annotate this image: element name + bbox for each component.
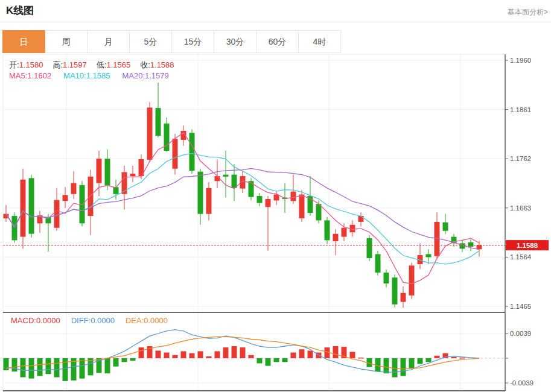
candle-body — [147, 107, 153, 160]
macd-bar — [215, 351, 220, 358]
readout-item: MA10:1.1585 — [63, 71, 110, 80]
macd-bar — [223, 347, 229, 358]
ma5-line — [6, 133, 479, 283]
macd-bar — [350, 352, 355, 358]
readout-item: DIFF:0.0000 — [71, 316, 115, 325]
candle-body — [426, 254, 432, 257]
candle-body — [223, 175, 229, 177]
period-tab-6[interactable]: 60分 — [256, 30, 299, 53]
macd-bar — [181, 351, 186, 358]
macd-bar — [206, 356, 212, 358]
candle-body — [88, 177, 94, 216]
y-axis-label: 1.1762 — [510, 155, 531, 162]
macd-readout: MACD:0.0000DIFF:0.0000DEA:0.0000 — [11, 316, 179, 325]
macd-bar — [409, 358, 415, 368]
readout-item: MACD:0.0000 — [11, 316, 60, 325]
period-tab-7[interactable]: 4时 — [298, 30, 341, 53]
macd-axis-label: -0.0039 — [510, 379, 533, 387]
candle-body — [443, 223, 448, 231]
candle-body — [375, 254, 381, 272]
readout-item: MA5:1.1602 — [9, 71, 51, 80]
candle-body — [130, 174, 136, 176]
candle-body — [342, 228, 347, 237]
candle-body — [401, 293, 406, 302]
readout-item: MA20:1.1579 — [122, 71, 168, 80]
candle-body — [71, 183, 77, 194]
period-tab-4[interactable]: 15分 — [171, 30, 214, 53]
candle-body — [190, 133, 195, 171]
macd-bar — [257, 358, 263, 363]
period-tab-1[interactable]: 周 — [45, 30, 88, 53]
readout-item: 低:1.1565 — [97, 60, 130, 71]
macd-bar — [54, 358, 60, 378]
candle-body — [54, 200, 60, 228]
macd-bar — [29, 358, 34, 379]
candle-body — [97, 159, 102, 183]
candle-body — [333, 234, 339, 241]
period-tab-0[interactable]: 日 — [2, 30, 45, 53]
macd-bar — [46, 358, 51, 374]
candle-body — [274, 195, 279, 201]
candle-body — [113, 187, 119, 194]
macd-axis-label: 0.0039 — [510, 330, 531, 337]
macd-bar — [435, 356, 440, 358]
y-axis-label: 1.1960 — [510, 57, 531, 64]
y-axis-label: 1.1861 — [510, 106, 531, 113]
candle-body — [384, 273, 389, 283]
period-tab-5[interactable]: 30分 — [214, 30, 256, 53]
macd-bar — [291, 353, 296, 358]
readout-item: DEA:0.0000 — [126, 316, 168, 325]
candle-body — [266, 199, 271, 207]
macd-bar — [198, 351, 203, 358]
macd-bar — [299, 349, 305, 358]
candle-body — [249, 181, 254, 197]
candle-body — [80, 185, 85, 223]
period-tab-2[interactable]: 月 — [87, 30, 130, 53]
candle-body — [12, 216, 18, 240]
page-title: K线图 — [6, 4, 34, 17]
macd-bar — [190, 353, 195, 358]
macd-bar — [418, 358, 423, 364]
macd-bar — [249, 355, 254, 358]
candle-body — [29, 178, 34, 233]
macd-bar — [451, 357, 457, 358]
ohlc-readout: 开:1.1580高:1.1597低:1.1565收:1.1588 — [9, 60, 184, 71]
kline-widget: 1.19601.18611.17621.16631.15641.14650.00… — [0, 0, 551, 392]
macd-bar — [333, 346, 339, 358]
candle-body — [63, 195, 68, 201]
candle-body — [291, 192, 296, 201]
macd-bar — [122, 358, 127, 362]
candle-body — [367, 238, 372, 258]
macd-bar — [308, 350, 313, 358]
candle-body — [21, 180, 26, 237]
header-divider — [0, 22, 551, 22]
candle-body — [358, 216, 364, 222]
candle-body — [325, 220, 330, 240]
candle-body — [299, 195, 305, 219]
macd-bar — [358, 358, 364, 359]
candle-body — [206, 188, 212, 214]
candle-body — [173, 139, 178, 168]
macd-bar — [105, 358, 110, 373]
candle-body — [156, 108, 161, 136]
candle-body — [316, 204, 322, 220]
candle-body — [409, 265, 415, 295]
macd-bar — [266, 358, 271, 366]
y-axis-label: 1.1465 — [510, 303, 531, 310]
macd-bar — [113, 358, 119, 367]
readout-item: 收:1.1588 — [140, 60, 174, 71]
period-tabs: 日周月5分15分30分60分4时 — [3, 30, 341, 53]
fundamental-analysis-link[interactable]: 基本面分析> — [508, 7, 548, 17]
candle-body — [392, 277, 398, 305]
period-tab-3[interactable]: 5分 — [129, 30, 172, 53]
candle-body — [468, 242, 474, 247]
macd-bar — [12, 358, 18, 371]
ma-readout: MA5:1.1602MA10:1.1585MA20:1.1579 — [9, 71, 181, 80]
readout-item: 开:1.1580 — [9, 60, 43, 71]
readout-item: 高:1.1597 — [53, 60, 86, 71]
candle-body — [198, 172, 203, 214]
macd-bar — [156, 350, 161, 358]
chart-canvas[interactable]: 1.19601.18611.17621.16631.15641.14650.00… — [0, 0, 551, 392]
last-price-badge-text: 1.1588 — [517, 242, 538, 249]
macd-bar — [240, 347, 246, 358]
